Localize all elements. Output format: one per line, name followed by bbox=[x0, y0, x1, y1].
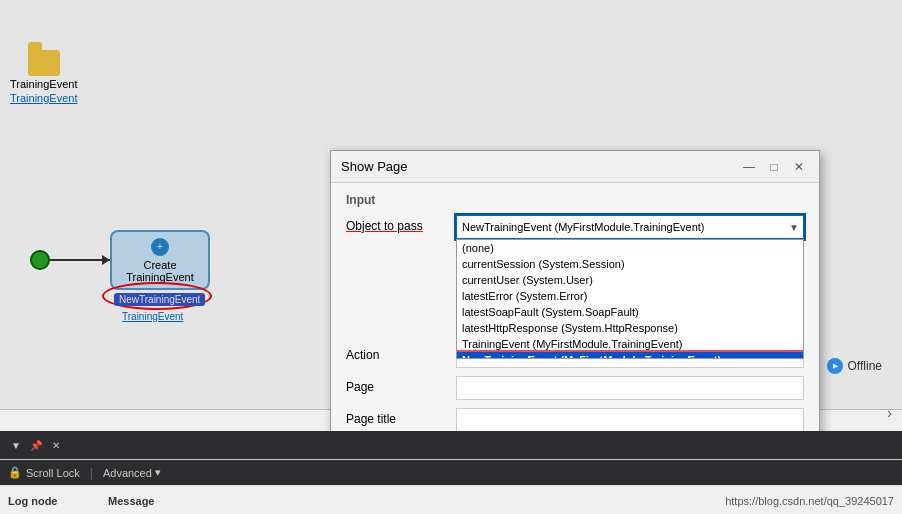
object-to-pass-label: Object to pass bbox=[346, 215, 446, 233]
page-row: Page bbox=[346, 376, 804, 400]
status-bar-bottom: Log node Message https://blog.csdn.net/q… bbox=[0, 485, 902, 514]
dropdown-item-6[interactable]: TrainingEvent (MyFirstModule.TrainingEve… bbox=[457, 336, 803, 352]
advanced-label: Advanced bbox=[103, 467, 152, 479]
dropdown-item-0[interactable]: (none) bbox=[457, 240, 803, 256]
close-icon: ✕ bbox=[794, 160, 804, 174]
advanced-button[interactable]: Advanced ▾ bbox=[103, 466, 161, 479]
maximize-icon: □ bbox=[770, 160, 777, 174]
maximize-button[interactable]: □ bbox=[764, 157, 784, 177]
status-bar: 🔒 Scroll Lock | Advanced ▾ Log node Mess… bbox=[0, 459, 902, 514]
toolbar-close-button[interactable]: ✕ bbox=[48, 437, 64, 453]
page-title-row: Page title bbox=[346, 408, 804, 432]
bottom-toolbar: ▼ 📌 ✕ bbox=[0, 431, 902, 459]
separator: | bbox=[90, 466, 93, 480]
dropdown-item-5[interactable]: latestHttpResponse (System.HttpResponse) bbox=[457, 320, 803, 336]
close-button[interactable]: ✕ bbox=[789, 157, 809, 177]
minimize-icon: — bbox=[743, 160, 755, 174]
toolbar-close-icon: ✕ bbox=[52, 440, 60, 451]
minimize-button[interactable]: — bbox=[739, 157, 759, 177]
page-title-input[interactable] bbox=[456, 408, 804, 432]
modal-body: Input Object to pass NewTrainingEvent (M… bbox=[331, 183, 819, 450]
page-label: Page bbox=[346, 376, 446, 394]
object-to-pass-row: Object to pass NewTrainingEvent (MyFirst… bbox=[346, 215, 804, 239]
dropdown-item-7[interactable]: NewTrainingEvent (MyFirstModule.Training… bbox=[457, 352, 803, 359]
object-to-pass-dropdown-container: NewTrainingEvent (MyFirstModule.Training… bbox=[456, 215, 804, 239]
modal-controls: — □ ✕ bbox=[739, 157, 809, 177]
pin-button[interactable]: 📌 bbox=[28, 437, 44, 453]
dropdown-item-2[interactable]: currentUser (System.User) bbox=[457, 272, 803, 288]
down-arrow-button[interactable]: ▼ bbox=[8, 437, 24, 453]
scroll-lock-button[interactable]: 🔒 Scroll Lock bbox=[8, 466, 80, 479]
action-label: Action bbox=[346, 344, 446, 362]
dropdown-item-1[interactable]: currentSession (System.Session) bbox=[457, 256, 803, 272]
message-col-header: Message bbox=[108, 495, 705, 507]
object-to-pass-selected[interactable]: NewTrainingEvent (MyFirstModule.Training… bbox=[456, 215, 804, 239]
page-title-label: Page title bbox=[346, 408, 446, 426]
modal-title: Show Page bbox=[341, 159, 408, 174]
lock-icon: 🔒 bbox=[8, 466, 22, 479]
dropdown-list[interactable]: (none) currentSession (System.Session) c… bbox=[456, 239, 804, 359]
status-url: https://blog.csdn.net/qq_39245017 bbox=[725, 495, 894, 507]
log-node-col-header: Log node bbox=[8, 495, 88, 507]
dropdown-item-4[interactable]: latestSoapFault (System.SoapFault) bbox=[457, 304, 803, 320]
advanced-chevron-icon: ▾ bbox=[155, 466, 161, 479]
modal-titlebar: Show Page — □ ✕ bbox=[331, 151, 819, 183]
pin-icon: 📌 bbox=[30, 440, 42, 451]
status-bar-top: 🔒 Scroll Lock | Advanced ▾ bbox=[0, 460, 902, 485]
scroll-lock-label: Scroll Lock bbox=[26, 467, 80, 479]
dropdown-item-3[interactable]: latestError (System.Error) bbox=[457, 288, 803, 304]
page-input[interactable] bbox=[456, 376, 804, 400]
section-input-label: Input bbox=[346, 193, 804, 207]
down-arrow-icon: ▼ bbox=[11, 440, 21, 451]
